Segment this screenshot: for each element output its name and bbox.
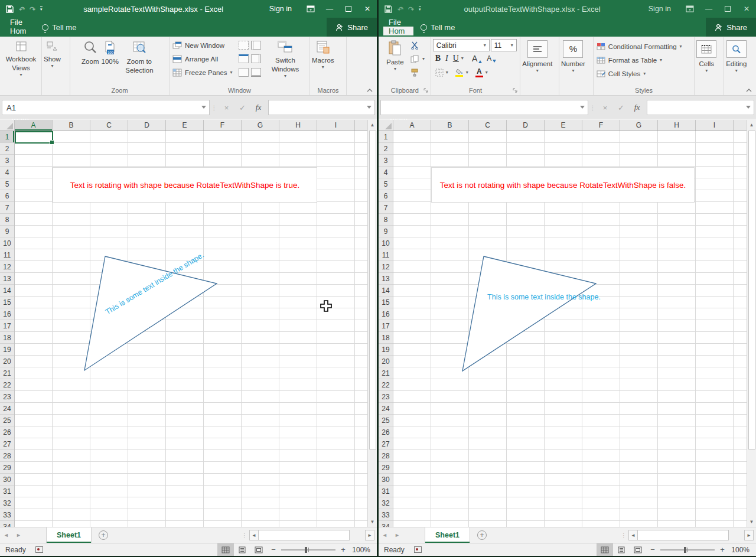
column-header[interactable]: G — [242, 120, 279, 131]
page-layout-view-button[interactable] — [613, 543, 630, 556]
new-sheet-button[interactable]: + — [470, 527, 494, 543]
zoom-slider[interactable] — [281, 549, 335, 551]
row-header[interactable]: 16 — [0, 308, 14, 320]
column-header[interactable]: F — [582, 120, 620, 131]
name-box-dropdown-icon[interactable] — [201, 106, 206, 109]
new-window-button[interactable]: New Window — [171, 38, 237, 52]
column-header[interactable]: I — [696, 120, 734, 131]
row-header[interactable]: 32 — [0, 497, 14, 509]
row-header[interactable]: 11 — [0, 249, 14, 261]
column-header[interactable]: F — [204, 120, 242, 131]
tell-me-box[interactable]: Tell me — [413, 18, 462, 37]
page-layout-view-button[interactable] — [234, 543, 250, 556]
row-header[interactable]: 21 — [379, 367, 393, 379]
tell-me-box[interactable]: Tell me — [35, 18, 83, 37]
split-button[interactable] — [239, 41, 249, 50]
zoom-in-button[interactable]: + — [337, 545, 350, 554]
row-header[interactable]: 4 — [0, 167, 14, 178]
note-merged-cell[interactable]: Text is rotating with shape because Rota… — [53, 167, 317, 203]
increase-font-size-button[interactable]: A — [472, 54, 482, 63]
zoom-to-selection-button[interactable]: Zoom to Selection — [121, 38, 158, 85]
copy-button[interactable]: ▾ — [409, 52, 426, 66]
zoom-out-button[interactable]: − — [646, 545, 659, 554]
row-header[interactable]: 15 — [0, 297, 14, 308]
row-header[interactable]: 1 — [0, 131, 14, 143]
row-header[interactable]: 29 — [0, 462, 14, 474]
show-button[interactable]: Show▾ — [44, 38, 61, 85]
alignment-button[interactable]: Alignment▾ — [522, 38, 552, 85]
row-header[interactable]: 24 — [379, 403, 393, 415]
sheet-prev-icon[interactable]: ◄ — [0, 527, 12, 543]
collapse-ribbon-icon[interactable] — [367, 89, 373, 92]
ribbon-tab[interactable]: File — [383, 18, 413, 27]
row-header[interactable]: 3 — [379, 155, 393, 167]
row-header[interactable]: 17 — [0, 320, 14, 332]
save-icon[interactable] — [6, 5, 14, 13]
arrange-all-button[interactable]: Arrange All — [171, 52, 237, 66]
enter-icon[interactable]: ✓ — [613, 103, 629, 112]
normal-view-button[interactable] — [597, 543, 613, 556]
row-header[interactable]: 15 — [379, 297, 393, 308]
paste-button[interactable]: Paste▾ — [381, 38, 409, 85]
underline-button[interactable]: U — [453, 54, 459, 63]
row-header[interactable]: 6 — [0, 190, 14, 202]
ribbon-display-options-icon[interactable] — [680, 0, 699, 18]
row-header[interactable]: 14 — [379, 285, 393, 297]
minimize-button[interactable]: — — [320, 0, 339, 18]
format-painter-button[interactable] — [409, 66, 426, 79]
horizontal-scrollbar[interactable]: ◄ ► — [249, 527, 377, 543]
scroll-right-icon[interactable]: ► — [365, 530, 374, 540]
save-icon[interactable] — [384, 5, 392, 13]
number-button[interactable]: % Number▾ — [561, 38, 585, 85]
record-macro-icon[interactable] — [35, 546, 43, 553]
row-header[interactable]: 26 — [0, 426, 14, 438]
row-header[interactable]: 4 — [379, 167, 393, 178]
zoom-out-button[interactable]: − — [267, 545, 280, 554]
select-all-corner[interactable] — [379, 120, 393, 131]
row-header[interactable]: 25 — [0, 415, 14, 426]
hide-button[interactable] — [239, 54, 249, 63]
row-header[interactable]: 1 — [379, 131, 393, 143]
row-header[interactable]: 8 — [0, 214, 14, 226]
new-sheet-button[interactable]: + — [92, 527, 115, 543]
scroll-down-icon[interactable]: ▼ — [747, 517, 756, 527]
decrease-font-size-button[interactable]: A — [487, 54, 496, 63]
zoom-slider[interactable] — [660, 549, 715, 551]
formula-expand-icon[interactable] — [746, 106, 751, 109]
format-as-table-button[interactable]: Format as Table▾ — [595, 53, 692, 67]
view-side-by-side-button[interactable] — [251, 41, 261, 50]
row-header[interactable]: 23 — [0, 391, 14, 403]
minimize-button[interactable]: — — [699, 0, 718, 18]
bold-button[interactable]: B — [435, 54, 441, 63]
horizontal-scroll-thumb[interactable] — [259, 530, 350, 540]
row-header[interactable]: 24 — [0, 403, 14, 415]
zoom-slider-thumb[interactable] — [305, 547, 307, 553]
column-header[interactable]: C — [90, 120, 128, 131]
zoom-button[interactable]: Zoom — [82, 38, 99, 85]
column-header[interactable]: A — [15, 120, 53, 131]
row-header[interactable]: 34 — [379, 521, 393, 527]
row-header[interactable]: 20 — [379, 356, 393, 367]
ribbon-tab[interactable]: Hom — [383, 27, 413, 35]
normal-view-button[interactable] — [217, 543, 234, 556]
row-header[interactable]: 2 — [0, 143, 14, 155]
font-color-button[interactable]: A — [475, 68, 483, 77]
zoom-level[interactable]: 100% — [729, 546, 756, 554]
column-header[interactable]: B — [431, 120, 469, 131]
column-header[interactable]: A — [393, 120, 431, 131]
unhide-button[interactable] — [239, 68, 249, 77]
scroll-right-icon[interactable]: ► — [744, 530, 754, 540]
row-header[interactable]: 20 — [0, 356, 14, 367]
zoom-slider-thumb[interactable] — [684, 547, 686, 553]
undo-icon[interactable]: ↶▾ — [19, 5, 24, 14]
switch-windows-button[interactable]: Switch Windows▾ — [266, 38, 305, 85]
row-header[interactable]: 8 — [379, 214, 393, 226]
font-size-select[interactable]: 11▾ — [491, 39, 517, 51]
page-break-preview-button[interactable] — [630, 543, 646, 556]
insert-function-icon[interactable]: fx — [250, 103, 266, 112]
column-header[interactable]: C — [469, 120, 507, 131]
macros-button[interactable]: Macros▾ — [312, 38, 334, 85]
sign-in-button[interactable]: Sign in — [639, 5, 680, 13]
row-header[interactable]: 13 — [0, 273, 14, 285]
zoom-in-button[interactable]: + — [716, 545, 729, 554]
